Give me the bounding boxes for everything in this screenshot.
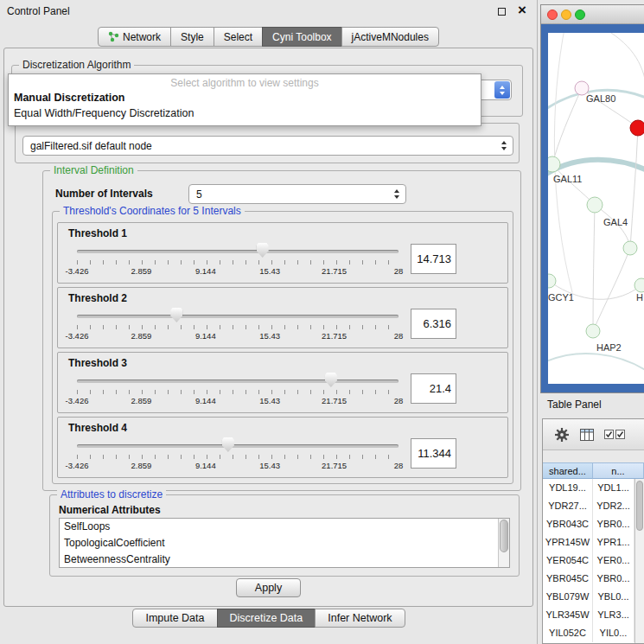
slider-track[interactable]	[77, 315, 399, 318]
tab-style[interactable]: Style	[170, 27, 214, 47]
dropdown-option-equal-width[interactable]: Equal Width/Frequency Discretization	[9, 105, 481, 121]
network-node[interactable]	[630, 120, 644, 136]
table-cell[interactable]: YDL19...	[543, 479, 593, 497]
tab-label: Discretize Data	[230, 612, 303, 624]
tab-jactivemnodules[interactable]: jActiveMNodules	[341, 27, 439, 47]
tab-select[interactable]: Select	[214, 27, 263, 47]
table-cell[interactable]: YER0...	[593, 552, 634, 570]
threshold-label: Threshold 3	[68, 357, 501, 369]
threshold-slider[interactable]: -3.426 2.859 9.144 15.43 21.715 28	[77, 239, 399, 277]
threshold-value-input[interactable]	[411, 438, 456, 469]
network-edge	[552, 164, 595, 205]
close-traffic-light-icon[interactable]	[547, 10, 558, 20]
table-cell[interactable]: YBL0...	[593, 588, 634, 606]
table-cell[interactable]: YDL1...	[593, 479, 634, 497]
threshold-slider[interactable]: -3.426 2.859 9.144 15.43 21.715 28	[77, 434, 399, 472]
slider-thumb[interactable]	[222, 437, 234, 452]
table-cell[interactable]: YPR145W	[543, 533, 593, 552]
table-cell[interactable]: YBR0...	[593, 515, 634, 533]
column-header-name[interactable]: n...	[593, 462, 644, 479]
network-graph: GAL80GAL11GAL4GCY1HHAP2	[548, 33, 644, 384]
slider-thumb[interactable]	[170, 308, 182, 322]
close-icon[interactable]: ×	[518, 2, 526, 19]
network-node[interactable]	[548, 156, 560, 172]
table-cell[interactable]: YER054C	[543, 552, 593, 570]
table-data-selected-value: galFiltered.sif default node	[30, 137, 152, 156]
dropdown-option-manual-discretization[interactable]: Manual Discretization	[9, 90, 481, 105]
table-cell[interactable]: YPR1...	[593, 533, 634, 552]
network-node[interactable]	[548, 274, 556, 288]
float-window-icon[interactable]	[498, 8, 506, 16]
network-node[interactable]	[587, 197, 603, 213]
scale-label: 28	[394, 396, 404, 405]
table-cell[interactable]: YBR045C	[543, 570, 593, 588]
column-header-shared-name[interactable]: shared...	[543, 462, 593, 479]
table-data-select[interactable]: galFiltered.sif default node	[22, 136, 513, 156]
table-row[interactable]: YDR27...YDR2...	[543, 497, 634, 515]
table-row[interactable]: YBR045CYBR0...	[543, 570, 634, 588]
tab-cyni-toolbox[interactable]: Cyni Toolbox	[262, 27, 341, 47]
tab-label: jActiveMNodules	[352, 31, 429, 43]
threshold-panel: Threshold 1 -3.426 2.859 9.144 1	[57, 222, 508, 284]
threshold-value-input[interactable]	[411, 373, 456, 404]
slider-thumb[interactable]	[325, 373, 337, 387]
table-cell[interactable]: YBL079W	[543, 588, 593, 606]
checkbox-icon[interactable]	[604, 430, 614, 439]
slider-track[interactable]	[77, 379, 399, 383]
tab-discretize-data[interactable]: Discretize Data	[217, 609, 316, 628]
apply-button[interactable]: Apply	[236, 578, 301, 597]
scale-label: 15.43	[259, 266, 280, 276]
tab-impute-data[interactable]: Impute Data	[132, 609, 217, 628]
checkbox-icon[interactable]	[615, 430, 625, 439]
threshold-panel: Threshold 4 -3.426 2.859 9.144 1	[57, 417, 508, 478]
scrollbar-thumb[interactable]	[636, 481, 643, 531]
slider-thumb[interactable]	[257, 243, 269, 258]
stepper-up-arrow-icon	[501, 141, 507, 144]
network-node[interactable]	[586, 324, 600, 338]
network-node[interactable]	[623, 241, 637, 255]
list-item[interactable]: BetweennessCentrality	[60, 552, 509, 568]
table-row[interactable]: YDL19...YDL1...	[543, 479, 634, 497]
settings-gear-icon[interactable]	[554, 427, 570, 443]
algorithm-dropdown-popup: Select algorithm to view settings Manual…	[8, 73, 481, 126]
table-cell[interactable]: YBR0...	[593, 570, 634, 588]
threshold-value-input[interactable]	[411, 309, 456, 339]
table-row[interactable]: YER054CYER0...	[543, 552, 634, 570]
table-cell[interactable]: YDR2...	[593, 497, 634, 515]
table-cell[interactable]: YBR043C	[543, 515, 593, 533]
numerical-attributes-label: Numerical Attributes	[59, 504, 161, 516]
scrollbar-thumb[interactable]	[500, 520, 508, 552]
network-canvas[interactable]: GAL80GAL11GAL4GCY1HHAP2	[548, 33, 644, 384]
list-item[interactable]: SelfLoops	[60, 519, 509, 535]
tab-network[interactable]: Network	[98, 27, 171, 47]
table-scrollbar[interactable]	[634, 479, 644, 643]
table-row[interactable]: YIL052CYIL0...	[543, 624, 634, 642]
slider-track[interactable]	[77, 444, 399, 448]
table-cell[interactable]: YIL0...	[593, 624, 634, 642]
window-titlebar[interactable]	[541, 5, 644, 24]
scale-label: -3.426	[66, 396, 89, 405]
column-browser-icon[interactable]	[580, 429, 594, 441]
stepper-up-arrow-icon	[394, 189, 399, 193]
table-row[interactable]: YBL079WYBL0...	[543, 588, 634, 606]
table-cell[interactable]: YLR3...	[593, 606, 634, 624]
threshold-slider[interactable]: -3.426 2.859 9.144 15.43 21.715 28	[77, 304, 399, 342]
table-cell[interactable]: YDR27...	[543, 497, 593, 515]
scale-label: 21.715	[322, 461, 347, 470]
table-row[interactable]: YLR345WYLR3...	[543, 606, 634, 624]
zoom-traffic-light-icon[interactable]	[575, 10, 585, 20]
threshold-value-input[interactable]	[411, 244, 456, 274]
table-row[interactable]: YPR145WYPR1...	[543, 533, 634, 552]
number-of-intervals-select[interactable]: 5	[188, 184, 406, 204]
threshold-slider[interactable]: -3.426 2.859 9.144 15.43 21.715 28	[77, 369, 399, 407]
slider-track[interactable]	[77, 250, 399, 253]
table-row[interactable]: YBR043CYBR0...	[543, 515, 634, 533]
tab-infer-network[interactable]: Infer Network	[315, 609, 405, 628]
minimize-traffic-light-icon[interactable]	[561, 10, 571, 20]
list-item[interactable]: TopologicalCoefficient	[60, 535, 509, 552]
table-cell[interactable]: YLR345W	[543, 606, 593, 624]
stepper-down-arrow-icon	[501, 147, 507, 150]
network-node[interactable]	[634, 278, 644, 292]
table-cell[interactable]: YIL052C	[543, 624, 593, 642]
list-scrollbar[interactable]	[498, 519, 509, 567]
